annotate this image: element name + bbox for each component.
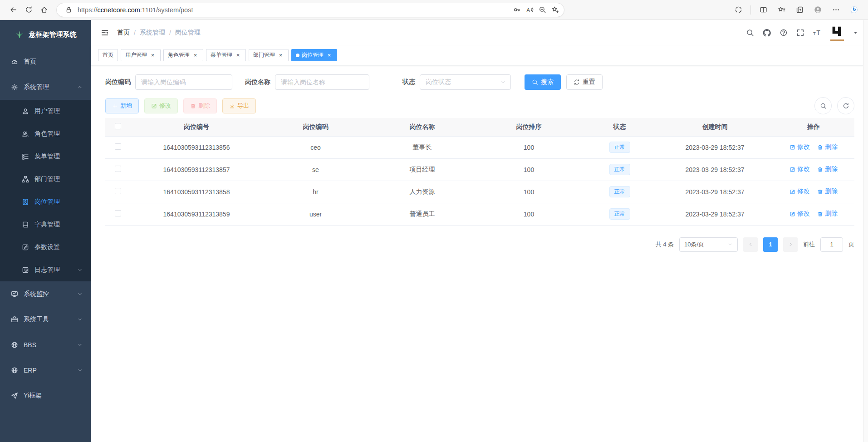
sidebar-item-system[interactable]: 系统管理 (0, 74, 91, 100)
tags-view-bar: 首页用户管理×角色管理×菜单管理×部门管理×岗位管理× (91, 45, 868, 65)
address-bar[interactable]: https://ccnetcore.com:1101/system/post A (56, 3, 564, 17)
chevron-down-icon[interactable] (853, 30, 858, 35)
sidebar-item-monitor[interactable]: 系统监控 (0, 281, 91, 307)
sidebar-item-bbs[interactable]: BBS (0, 332, 91, 358)
next-page-button[interactable] (783, 237, 798, 252)
chevron-down-icon (77, 368, 83, 373)
cell-name: 人力资源 (369, 181, 476, 203)
column-header: 状态 (582, 118, 657, 136)
breadcrumb-item-1[interactable]: 系统管理 (140, 29, 165, 37)
extensions-icon[interactable] (731, 2, 746, 18)
user-icon (22, 108, 29, 115)
post-code-input[interactable] (135, 74, 232, 90)
bing-icon[interactable] (846, 2, 862, 18)
cell-operations: 修改删除 (773, 136, 854, 158)
key-icon[interactable] (510, 4, 523, 16)
row-edit-button[interactable]: 修改 (790, 165, 810, 173)
favorites-icon[interactable] (774, 2, 789, 18)
row-delete-button[interactable]: 删除 (817, 165, 838, 173)
tab-user[interactable]: 用户管理× (121, 49, 161, 61)
github-icon[interactable] (763, 29, 771, 37)
goto-page-input[interactable] (820, 237, 843, 252)
edit-button[interactable]: 修改 (144, 98, 178, 113)
status-select[interactable]: 岗位状态 (420, 74, 511, 90)
sidebar-item-dict[interactable]: 字典管理 (0, 213, 91, 236)
search-button[interactable]: 搜索 (525, 74, 561, 90)
row-checkbox[interactable] (115, 188, 121, 194)
sidebar-item-post[interactable]: 岗位管理 (0, 191, 91, 213)
row-checkbox[interactable] (115, 210, 121, 216)
row-checkbox[interactable] (115, 143, 121, 150)
row-delete-button[interactable]: 删除 (817, 210, 838, 218)
refresh-icon (843, 103, 849, 109)
font-size-icon[interactable]: TT (813, 29, 821, 37)
collections-icon[interactable] (792, 2, 807, 18)
sidebar-item-dept[interactable]: 部门管理 (0, 168, 91, 191)
sidebar-item-label: 系统监控 (24, 290, 49, 298)
row-edit-button[interactable]: 修改 (790, 143, 810, 151)
tab-post[interactable]: 岗位管理× (291, 49, 337, 61)
cell-id: 1641030593112313856 (131, 136, 262, 158)
post-table: 岗位编号岗位编码岗位名称岗位排序状态创建时间操作 164103059311231… (105, 118, 854, 226)
sidebar-item-home[interactable]: 首页 (0, 49, 91, 74)
reset-button[interactable]: 重置 (566, 74, 603, 90)
sidebar-item-yi[interactable]: Yi框架 (0, 383, 91, 408)
download-icon (229, 103, 235, 109)
refresh-icon[interactable] (21, 2, 36, 18)
row-checkbox[interactable] (115, 166, 121, 172)
back-icon[interactable] (5, 2, 21, 18)
fullscreen-icon[interactable] (796, 29, 804, 37)
profile-avatar-icon[interactable] (810, 2, 825, 18)
post-name-input[interactable] (275, 74, 369, 90)
sidebar-item-param[interactable]: 参数设置 (0, 236, 91, 259)
row-edit-button[interactable]: 修改 (790, 210, 810, 218)
monitor-icon (11, 290, 18, 298)
split-screen-icon[interactable] (755, 2, 771, 18)
lock-icon[interactable] (62, 4, 75, 16)
page-size-select[interactable]: 10条/页 (679, 237, 738, 252)
tab-dept[interactable]: 部门管理× (249, 49, 289, 61)
tab-home[interactable]: 首页 (98, 49, 118, 61)
page-button-1[interactable]: 1 (763, 237, 778, 252)
chevron-down-icon (77, 291, 83, 297)
sidebar-item-erp[interactable]: ERP (0, 358, 91, 383)
delete-button[interactable]: 删除 (183, 98, 217, 113)
export-button[interactable]: 导出 (222, 98, 256, 113)
tab-role[interactable]: 角色管理× (163, 49, 203, 61)
vertical-scrollbar[interactable] (863, 20, 868, 442)
sidebar-item-role[interactable]: 角色管理 (0, 123, 91, 145)
zoom-out-icon[interactable] (536, 4, 549, 16)
collapse-sidebar-icon[interactable] (101, 29, 109, 37)
home-icon[interactable] (36, 2, 52, 18)
select-all-checkbox[interactable] (115, 123, 121, 129)
prev-page-button[interactable] (743, 237, 758, 252)
tab-close-icon[interactable]: × (149, 52, 156, 59)
sidebar-item-log[interactable]: 日志管理 (0, 259, 91, 281)
row-delete-button[interactable]: 删除 (817, 187, 838, 196)
tab-menu[interactable]: 菜单管理× (206, 49, 246, 61)
cell-created: 2023-03-29 18:52:37 (657, 181, 773, 203)
tab-close-icon[interactable]: × (235, 52, 241, 59)
more-icon[interactable] (828, 2, 843, 18)
sidebar-item-tool[interactable]: 系统工具 (0, 307, 91, 332)
toolbar-search-button[interactable] (814, 97, 832, 114)
toolbar-refresh-button[interactable] (837, 97, 854, 114)
read-aloud-icon[interactable]: A (523, 4, 536, 16)
row-edit-button[interactable]: 修改 (790, 187, 810, 196)
user-avatar[interactable] (830, 25, 844, 41)
sidebar-item-user[interactable]: 用户管理 (0, 100, 91, 123)
sidebar-item-label: 菜单管理 (34, 152, 60, 161)
add-button[interactable]: 新增 (105, 98, 139, 113)
help-icon[interactable] (780, 29, 788, 37)
cell-status: 正常 (582, 158, 657, 181)
row-delete-button[interactable]: 删除 (817, 143, 838, 151)
breadcrumb-item-0[interactable]: 首页 (117, 29, 130, 37)
sidebar-item-menu[interactable]: 菜单管理 (0, 145, 91, 168)
add-favorite-icon[interactable] (549, 4, 561, 16)
tab-close-icon[interactable]: × (277, 52, 284, 59)
globe-icon (11, 341, 18, 349)
tab-close-icon[interactable]: × (326, 52, 333, 59)
search-icon[interactable] (746, 29, 754, 37)
app-logo: 意框架管理系统 (0, 20, 91, 49)
tab-close-icon[interactable]: × (192, 52, 199, 59)
